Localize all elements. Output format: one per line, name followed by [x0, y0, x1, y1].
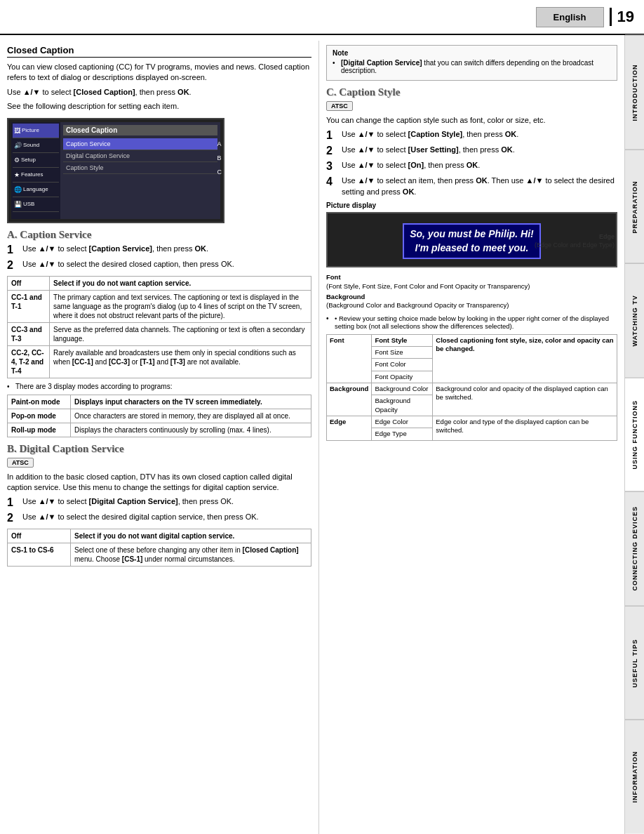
table-row: Paint-on mode Displays input characters … — [8, 395, 311, 409]
right-column: Note • [Digital Caption Service] that yo… — [319, 41, 624, 834]
menu-left-icons: 🖼Picture 🔊Sound ⚙Setup ★Features 🌐Langua… — [11, 122, 60, 219]
english-tab: English — [536, 7, 604, 27]
table-row: Off Select if you do not want digital ca… — [8, 529, 311, 543]
menu-screenshot: 🖼Picture 🔊Sound ⚙Setup ★Features 🌐Langua… — [7, 118, 224, 223]
section-a-step2: 2 Use ▲/▼ to select the desired closed c… — [7, 259, 311, 272]
menu-item-caption-style: Caption Style — [63, 162, 217, 174]
table-row: CC-3 and T-3 Serve as the preferred data… — [8, 322, 311, 345]
table-row: Roll-up mode Displays the characters con… — [8, 423, 311, 437]
left-column: Closed Caption You can view closed capti… — [0, 41, 319, 834]
display-modes-table: Paint-on mode Displays input characters … — [7, 395, 311, 437]
menu-abc-labels: A B C — [217, 140, 222, 176]
table-row: CC-1 and T-1 The primary caption and tex… — [8, 290, 311, 322]
section-a-title: A. Caption Service — [7, 229, 311, 241]
table-row: Background Background Color Background c… — [327, 383, 617, 395]
menu-icon-setup: ⚙Setup — [13, 153, 59, 168]
caption-text: So, you must be Philip. Hi! I'm pleased … — [403, 223, 541, 259]
label-a: A — [217, 140, 222, 147]
page-number: 19 — [610, 8, 634, 26]
sidebar-tab-introduction[interactable]: INTRODUCTION — [625, 35, 644, 150]
digital-caption-table: Off Select if you do not want digital ca… — [7, 529, 311, 567]
closed-caption-intro: You can view closed captioning (CC) for … — [7, 62, 311, 84]
menu-item-digital-caption-service: Digital Caption Service — [63, 150, 217, 162]
table-row: Off Select if you do not want caption se… — [8, 276, 311, 290]
section-c-step1: 1 Use ▲/▼ to select [Caption Style], the… — [326, 129, 617, 142]
closed-caption-instruction2: See the following description for settin… — [7, 101, 311, 112]
display-modes-intro: • There are 3 display modes according to… — [7, 383, 311, 390]
picture-display-label: Picture display — [326, 201, 617, 209]
menu-item-caption-service: Caption Service — [63, 138, 217, 150]
closed-caption-title: Closed Caption — [7, 45, 311, 58]
legend-area: Font (Font Style, Font Size, Font Color … — [326, 273, 617, 310]
section-c-title: C. Caption Style — [326, 86, 617, 98]
section-a-step1: 1 Use ▲/▼ to select [Caption Service], t… — [7, 244, 311, 256]
section-b-step1: 1 Use ▲/▼ to select [Digital Caption Ser… — [7, 496, 311, 509]
table-row: Edge Edge Color Edge color and type of t… — [327, 416, 617, 428]
menu-icon-language: 🌐Language — [13, 183, 59, 197]
sidebar-tab-preparation[interactable]: PREPARATION — [625, 150, 644, 264]
menu-right: Closed Caption Caption Service Digital C… — [60, 122, 220, 219]
atsc-badge-b: ATSC — [7, 458, 34, 468]
caption-style-table: Font Font Style Closed captioning font s… — [326, 334, 617, 441]
picture-display-area: So, you must be Philip. Hi! I'm pleased … — [326, 212, 617, 267]
table-row: CC-2, CC-4, T-2 and T-4 Rarely available… — [8, 345, 311, 378]
note-title: Note — [333, 49, 611, 57]
sidebar-tab-useful-tips[interactable]: USEFUL TIPS — [625, 606, 644, 720]
note-bullet: • [Digital Caption Service] that you can… — [333, 59, 611, 74]
menu-icon-sound: 🔊Sound — [13, 138, 59, 153]
label-c: C — [217, 168, 222, 176]
closed-caption-instruction: Use ▲/▼ to select [Closed Caption], then… — [7, 87, 311, 98]
sidebar-tab-connecting[interactable]: CONNECTING DEVICES — [625, 491, 644, 606]
sidebar-tab-watching[interactable]: WATCHING TV — [625, 263, 644, 378]
menu-title: Closed Caption — [63, 125, 217, 135]
sidebar-tab-information[interactable]: INFORMATION — [625, 720, 644, 834]
atsc-badge-c: ATSC — [326, 101, 353, 111]
sidebar-tab-using-functions[interactable]: USING FUNCTIONS — [625, 378, 644, 492]
background-legend: Background (Background Color and Backgro… — [326, 293, 617, 310]
review-note: • • Review your setting choice made belo… — [326, 315, 617, 330]
label-b: B — [217, 154, 222, 161]
section-c-intro: You can change the caption style such as… — [326, 115, 617, 126]
table-row: Pop-on mode Once characters are stored i… — [8, 409, 311, 423]
section-b-intro: In addition to the basic closed caption,… — [7, 472, 311, 494]
top-bar: English 19 — [0, 0, 644, 35]
menu-icon-features: ★Features — [13, 168, 59, 183]
right-sidebar: INTRODUCTION PREPARATION WATCHING TV USI… — [624, 35, 644, 834]
caption-service-table: Off Select if you do not want caption se… — [7, 276, 311, 378]
picture-display-box: So, you must be Philip. Hi! I'm pleased … — [326, 212, 617, 267]
section-b-step2: 2 Use ▲/▼ to select the desired digital … — [7, 512, 311, 524]
table-row: Font Font Style Closed captioning font s… — [327, 334, 617, 346]
note-box: Note • [Digital Caption Service] that yo… — [326, 45, 617, 81]
main-content: Closed Caption You can view closed capti… — [0, 35, 644, 834]
section-c-step3: 3 Use ▲/▼ to select [On], then press OK. — [326, 160, 617, 173]
section-b-title: B. Digital Caption Service — [7, 443, 311, 455]
menu-icon-usb: 💾USB — [13, 197, 59, 212]
edge-label: Edge (Edge Color and Edge Type) — [535, 233, 615, 249]
table-row: CS-1 to CS-6 Select one of these before … — [8, 543, 311, 567]
section-c-step2: 2 Use ▲/▼ to select [User Setting], then… — [326, 145, 617, 157]
section-c-step4: 4 Use ▲/▼ to select an item, then press … — [326, 176, 617, 197]
menu-icon-picture: 🖼Picture — [13, 124, 59, 138]
font-legend: Font (Font Style, Font Size, Font Color … — [326, 273, 617, 291]
